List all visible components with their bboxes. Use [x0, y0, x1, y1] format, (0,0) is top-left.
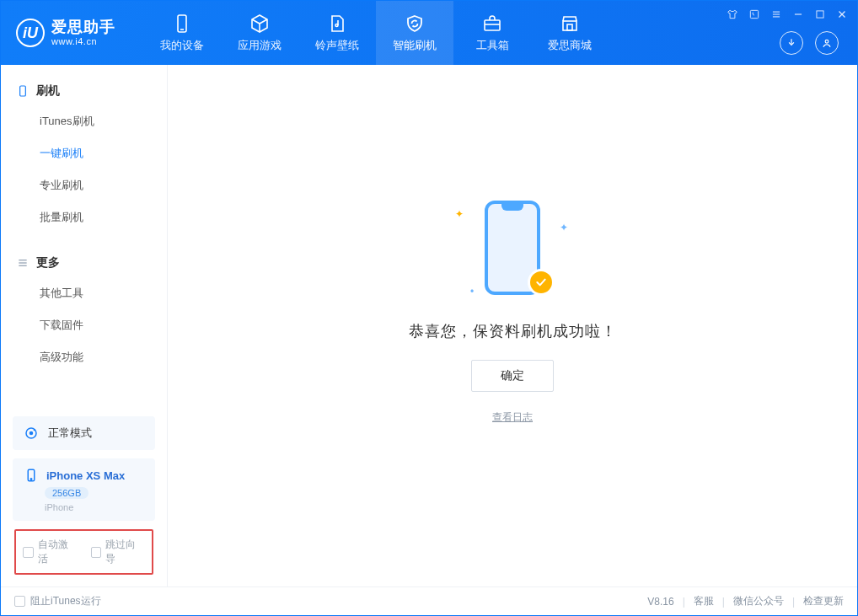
sidebar-head-label: 刷机	[36, 83, 60, 99]
logo-icon: iU	[16, 19, 45, 47]
status-block-itunes-label: 阻止iTunes运行	[30, 594, 101, 608]
sidebar-item-batch-flash[interactable]: 批量刷机	[1, 201, 167, 233]
version-label: V8.16	[647, 596, 673, 608]
nav-tabs: 我的设备 应用游戏 铃声壁纸 智能刷机 工具箱 爱思商城	[143, 1, 609, 65]
sidebar-item-pro-flash[interactable]: 专业刷机	[1, 169, 167, 201]
svg-rect-12	[817, 11, 823, 18]
option-label: 跳过向导	[105, 538, 145, 566]
separator: |	[683, 596, 685, 608]
minimize-button[interactable]	[790, 6, 807, 23]
nav-label: 工具箱	[476, 38, 509, 53]
option-auto-activate[interactable]: 自动激活	[23, 538, 78, 566]
svg-point-6	[825, 40, 829, 43]
nav-store[interactable]: 爱思商城	[531, 1, 609, 65]
svg-rect-3	[485, 20, 500, 30]
option-skip-guide[interactable]: 跳过向导	[91, 538, 146, 566]
device-phone-icon	[23, 467, 40, 484]
svg-point-20	[30, 432, 33, 435]
refresh-shield-icon	[405, 13, 425, 34]
app-window: iU 爱思助手 www.i4.cn 我的设备 应用游戏 铃声壁纸 智能刷机	[0, 0, 858, 616]
options-row: 自动激活 跳过向导	[14, 529, 153, 575]
sidebar-head-label: 更多	[36, 255, 60, 271]
nav-smart-flash[interactable]: 智能刷机	[376, 1, 453, 65]
check-badge-icon	[528, 269, 555, 296]
sidebar-head-flash: 刷机	[1, 77, 167, 105]
logo-text: 爱思助手 www.i4.cn	[51, 19, 115, 46]
sidebar-section-flash: 刷机 iTunes刷机 一键刷机 专业刷机 批量刷机	[1, 65, 167, 237]
status-link-service[interactable]: 客服	[694, 594, 714, 608]
list-icon	[16, 256, 29, 270]
status-link-wechat[interactable]: 微信公众号	[733, 594, 784, 608]
device-storage-badge: 256GB	[45, 487, 88, 499]
status-link-update[interactable]: 检查更新	[803, 594, 844, 608]
svg-rect-15	[20, 86, 26, 96]
success-illustration: ✦ ✦ •	[445, 193, 580, 303]
nav-toolbox[interactable]: 工具箱	[453, 1, 531, 65]
main-content: ✦ ✦ • 恭喜您，保资料刷机成功啦！ 确定 查看日志	[168, 65, 857, 587]
device-type: iPhone	[45, 502, 73, 512]
window-controls	[724, 6, 850, 23]
sidebar-item-advanced[interactable]: 高级功能	[1, 341, 167, 373]
svg-rect-7	[750, 10, 758, 18]
nav-apps-games[interactable]: 应用游戏	[221, 1, 298, 65]
sidebar-item-itunes-flash[interactable]: iTunes刷机	[1, 105, 167, 137]
account-button[interactable]	[815, 31, 839, 55]
view-log-link[interactable]: 查看日志	[492, 410, 533, 425]
mode-icon	[23, 425, 40, 442]
header: iU 爱思助手 www.i4.cn 我的设备 应用游戏 铃声壁纸 智能刷机	[1, 1, 857, 65]
skin-icon[interactable]	[724, 6, 741, 23]
status-bar: 阻止iTunes运行 V8.16 | 客服 | 微信公众号 | 检查更新	[1, 587, 857, 615]
nav-label: 铃声壁纸	[315, 38, 359, 53]
separator: |	[722, 596, 725, 608]
app-subtitle: www.i4.cn	[51, 36, 115, 46]
cube-icon	[249, 13, 270, 34]
feedback-icon[interactable]	[746, 6, 763, 23]
sidebar-item-other-tools[interactable]: 其他工具	[1, 277, 167, 309]
nav-label: 爱思商城	[548, 38, 592, 53]
mode-card[interactable]: 正常模式	[13, 416, 155, 450]
svg-point-22	[30, 479, 32, 480]
sidebar: 刷机 iTunes刷机 一键刷机 专业刷机 批量刷机 更多 其他工具 下载固件	[1, 65, 168, 587]
device-name: iPhone XS Max	[46, 469, 125, 482]
status-block-itunes[interactable]: 阻止iTunes运行	[14, 594, 101, 608]
maximize-button[interactable]	[812, 6, 829, 23]
device-card[interactable]: iPhone XS Max 256GB iPhone	[13, 458, 155, 521]
option-label: 自动激活	[38, 538, 78, 566]
header-actions	[780, 31, 839, 55]
sidebar-item-download-firmware[interactable]: 下载固件	[1, 309, 167, 341]
download-button[interactable]	[780, 31, 803, 55]
app-title: 爱思助手	[51, 19, 115, 36]
success-message: 恭喜您，保资料刷机成功啦！	[409, 321, 617, 341]
music-file-icon	[327, 13, 347, 34]
separator: |	[792, 596, 795, 608]
store-icon	[560, 13, 580, 34]
checkbox-icon	[91, 547, 102, 558]
svg-rect-5	[567, 24, 572, 30]
svg-point-2	[335, 24, 338, 26]
nav-label: 智能刷机	[393, 38, 437, 53]
nav-ringtones-wallpapers[interactable]: 铃声壁纸	[298, 1, 376, 65]
body: 刷机 iTunes刷机 一键刷机 专业刷机 批量刷机 更多 其他工具 下载固件	[1, 65, 857, 587]
menu-icon[interactable]	[768, 6, 785, 23]
checkbox-icon	[23, 547, 34, 558]
phone-icon	[172, 13, 192, 34]
sidebar-item-oneclick-flash[interactable]: 一键刷机	[1, 137, 167, 169]
logo-area: iU 爱思助手 www.i4.cn	[1, 19, 131, 47]
mode-label: 正常模式	[48, 426, 92, 441]
sparkle-icon: •	[470, 286, 474, 297]
checkbox-icon	[14, 596, 25, 607]
nav-my-device[interactable]: 我的设备	[143, 1, 221, 65]
toolbox-icon	[482, 13, 502, 34]
nav-label: 应用游戏	[238, 38, 282, 53]
nav-label: 我的设备	[160, 38, 204, 53]
device-icon	[16, 84, 29, 98]
sidebar-bottom: 正常模式 iPhone XS Max 256GB iPhone 自动激活	[1, 416, 167, 587]
sidebar-head-more: 更多	[1, 249, 167, 277]
sparkle-icon: ✦	[455, 208, 464, 220]
svg-rect-4	[563, 21, 576, 30]
confirm-button[interactable]: 确定	[471, 360, 554, 392]
sidebar-section-more: 更多 其他工具 下载固件 高级功能	[1, 237, 167, 377]
status-right: V8.16 | 客服 | 微信公众号 | 检查更新	[647, 594, 844, 608]
sparkle-icon: ✦	[560, 222, 568, 233]
close-button[interactable]	[834, 6, 850, 23]
